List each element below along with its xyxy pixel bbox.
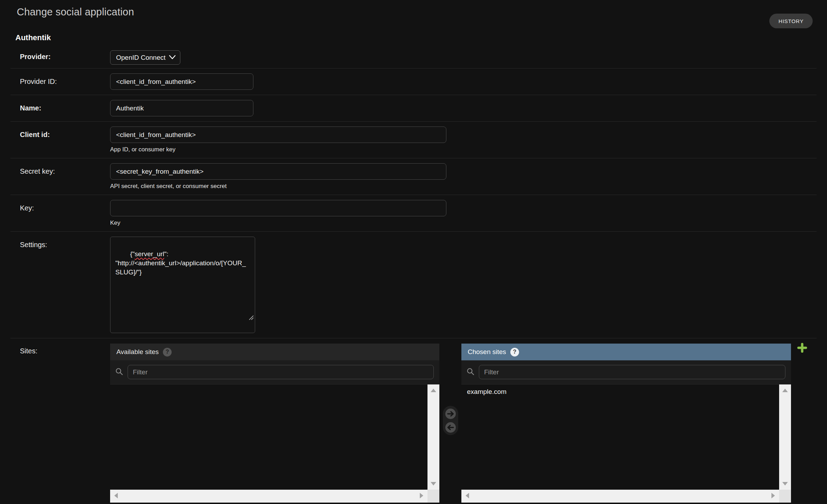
name-field[interactable] bbox=[110, 100, 253, 116]
vertical-scrollbar[interactable] bbox=[427, 384, 439, 490]
secret-key-help: API secret, client secret, or consumer s… bbox=[110, 183, 817, 190]
form-row-key: Key: Key bbox=[10, 195, 817, 232]
sites-label: Sites: bbox=[20, 344, 110, 355]
scroll-down-icon[interactable] bbox=[782, 482, 788, 485]
settings-json-misspelled: server_url bbox=[135, 250, 164, 258]
scrollbar-corner bbox=[427, 490, 439, 503]
change-form: Provider: OpenID Connect Provider ID: Na… bbox=[10, 46, 817, 504]
form-row-provider: Provider: OpenID Connect bbox=[10, 46, 817, 69]
scrollbar-corner bbox=[779, 490, 791, 503]
available-sites-title: Available sites bbox=[116, 348, 159, 356]
sites-selector-widget: Available sites ? bbox=[110, 344, 817, 503]
form-row-client-id: Client id: App ID, or consumer key bbox=[10, 122, 817, 158]
form-row-settings: Settings: {"server_url": "http://<authen… bbox=[10, 232, 817, 338]
add-site-button[interactable] bbox=[797, 343, 807, 354]
horizontal-scrollbar[interactable] bbox=[461, 490, 779, 503]
page-header: Change social application HISTORY bbox=[0, 0, 827, 18]
available-filter-input[interactable] bbox=[128, 365, 434, 379]
key-field[interactable] bbox=[110, 200, 446, 216]
scroll-left-icon[interactable] bbox=[114, 493, 118, 498]
search-icon bbox=[466, 367, 475, 377]
provider-select[interactable]: OpenID Connect bbox=[110, 50, 180, 65]
client-id-field[interactable] bbox=[110, 127, 446, 143]
choose-arrow-button[interactable] bbox=[445, 408, 456, 420]
horizontal-scrollbar[interactable] bbox=[110, 490, 427, 503]
help-icon[interactable]: ? bbox=[510, 348, 519, 357]
available-filter-row bbox=[110, 360, 439, 384]
scroll-right-icon[interactable] bbox=[771, 493, 775, 498]
form-row-secret-key: Secret key: API secret, client secret, o… bbox=[10, 158, 817, 195]
name-label: Name: bbox=[20, 100, 110, 112]
key-label: Key: bbox=[20, 200, 110, 212]
chosen-sites-list[interactable]: example.com bbox=[461, 384, 791, 503]
remove-arrow-button[interactable] bbox=[445, 422, 456, 433]
provider-id-field[interactable] bbox=[110, 73, 253, 90]
scroll-up-icon[interactable] bbox=[431, 389, 436, 392]
object-title: Authentik bbox=[15, 33, 827, 42]
help-icon[interactable]: ? bbox=[163, 348, 172, 357]
settings-json-pre: {" bbox=[130, 250, 135, 258]
scroll-left-icon[interactable] bbox=[466, 493, 469, 498]
secret-key-field[interactable] bbox=[110, 163, 446, 180]
scroll-up-icon[interactable] bbox=[782, 389, 788, 392]
form-row-sites: Sites: Available sites ? bbox=[10, 338, 817, 504]
available-sites-list[interactable] bbox=[110, 384, 439, 503]
chosen-sites-header: Chosen sites ? bbox=[461, 344, 791, 360]
chosen-filter-row bbox=[461, 360, 791, 384]
provider-label: Provider: bbox=[20, 50, 110, 61]
chosen-sites-panel: Chosen sites ? example.com bbox=[461, 344, 791, 503]
arrow-left-icon bbox=[445, 422, 456, 433]
key-help: Key bbox=[110, 219, 817, 226]
scroll-down-icon[interactable] bbox=[431, 482, 436, 485]
chosen-filter-input[interactable] bbox=[479, 365, 785, 379]
chevron-down-icon bbox=[169, 54, 176, 62]
form-row-provider-id: Provider ID: bbox=[10, 69, 817, 95]
arrow-right-icon bbox=[445, 408, 456, 420]
site-option[interactable]: example.com bbox=[461, 386, 779, 397]
search-icon bbox=[115, 367, 123, 377]
secret-key-label: Secret key: bbox=[20, 163, 110, 175]
client-id-label: Client id: bbox=[20, 127, 110, 139]
resize-handle-icon[interactable] bbox=[230, 304, 254, 332]
transfer-pill bbox=[443, 406, 458, 435]
chosen-sites-title: Chosen sites bbox=[468, 348, 506, 356]
settings-label: Settings: bbox=[20, 237, 110, 249]
form-row-name: Name: bbox=[10, 95, 817, 122]
provider-id-label: Provider ID: bbox=[20, 73, 110, 86]
vertical-scrollbar[interactable] bbox=[779, 384, 791, 490]
client-id-help: App ID, or consumer key bbox=[110, 146, 817, 153]
settings-textarea[interactable]: {"server_url": "http://<authentik_url>/a… bbox=[110, 237, 255, 333]
page-title: Change social application bbox=[17, 6, 810, 18]
chosen-options: example.com bbox=[461, 384, 779, 490]
history-button[interactable]: HISTORY bbox=[769, 14, 813, 28]
scroll-right-icon[interactable] bbox=[420, 493, 423, 498]
plus-icon bbox=[797, 343, 807, 353]
available-sites-header: Available sites ? bbox=[110, 344, 439, 360]
available-sites-panel: Available sites ? bbox=[110, 344, 439, 503]
transfer-controls bbox=[439, 344, 461, 435]
available-options bbox=[110, 384, 427, 490]
provider-select-value: OpenID Connect bbox=[116, 54, 166, 62]
